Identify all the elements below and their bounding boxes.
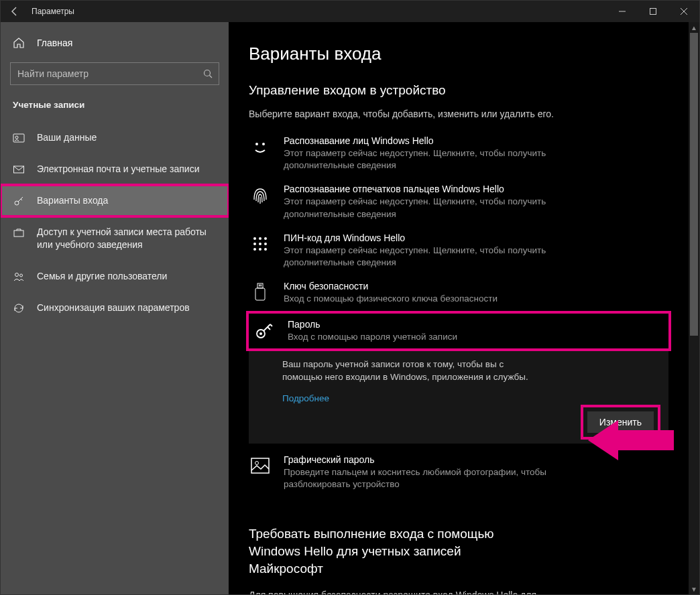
picture-icon bbox=[249, 454, 272, 477]
face-icon bbox=[249, 135, 272, 158]
main-panel: Варианты входа Управление входом в устро… bbox=[229, 22, 699, 594]
maximize-icon bbox=[649, 7, 657, 15]
minimize-button[interactable] bbox=[607, 1, 638, 22]
sidebar: Главная Учетные записи Ваши данные bbox=[1, 22, 229, 594]
fingerprint-icon bbox=[249, 184, 272, 206]
svg-point-13 bbox=[253, 237, 256, 240]
svg-point-20 bbox=[259, 248, 261, 251]
svg-rect-24 bbox=[259, 285, 260, 287]
sidebar-item-label: Ваши данные bbox=[37, 131, 97, 144]
svg-rect-1 bbox=[650, 9, 656, 15]
sidebar-item-yourinfo[interactable]: Ваши данные bbox=[1, 122, 229, 153]
close-button[interactable] bbox=[668, 1, 699, 22]
option-password-container: Пароль Вход с помощью пароля учетной зап… bbox=[249, 314, 668, 348]
section-require-hello: Требовать выполнение входа с помощью Win… bbox=[249, 525, 668, 594]
search-box[interactable] bbox=[10, 62, 219, 85]
section2-title: Требовать выполнение входа с помощью Win… bbox=[249, 525, 537, 577]
svg-rect-25 bbox=[261, 285, 262, 287]
option-face[interactable]: Распознавание лиц Windows Hello Этот пар… bbox=[249, 131, 668, 180]
svg-point-15 bbox=[264, 237, 267, 240]
option-title: Распознавание лиц Windows Hello bbox=[284, 135, 668, 146]
svg-rect-8 bbox=[14, 230, 23, 237]
window-title: Параметры bbox=[32, 7, 74, 16]
option-title: Пароль bbox=[288, 319, 664, 330]
search-input[interactable] bbox=[17, 68, 202, 79]
scroll-down-button[interactable]: ▼ bbox=[689, 584, 699, 594]
person-card-icon bbox=[13, 132, 25, 144]
briefcase-icon bbox=[13, 226, 25, 239]
sidebar-item-label: Доступ к учетной записи места работы или… bbox=[37, 226, 211, 251]
option-title: Графический пароль bbox=[284, 454, 668, 465]
change-password-button[interactable]: Изменить bbox=[587, 411, 654, 433]
key-password-icon bbox=[253, 319, 276, 342]
arrow-left-icon bbox=[9, 6, 20, 17]
home-label: Главная bbox=[37, 38, 72, 48]
sidebar-item-family[interactable]: Семья и другие пользователи bbox=[1, 261, 229, 292]
option-fingerprint[interactable]: Распознавание отпечатков пальцев Windows… bbox=[249, 180, 668, 228]
sidebar-item-sync[interactable]: Синхронизация ваших параметров bbox=[1, 292, 229, 324]
svg-point-11 bbox=[255, 143, 258, 145]
search-wrap bbox=[1, 62, 229, 97]
home-link[interactable]: Главная bbox=[1, 31, 229, 54]
usb-key-icon bbox=[249, 281, 272, 304]
people-icon bbox=[13, 271, 25, 283]
svg-point-12 bbox=[262, 143, 265, 145]
close-icon bbox=[680, 7, 688, 15]
svg-point-19 bbox=[253, 248, 256, 251]
svg-point-18 bbox=[264, 243, 267, 245]
minimize-icon bbox=[618, 7, 626, 15]
svg-rect-22 bbox=[257, 283, 263, 288]
svg-point-10 bbox=[20, 274, 23, 277]
svg-point-17 bbox=[259, 243, 261, 245]
option-title: Ключ безопасности bbox=[284, 281, 668, 291]
back-button[interactable] bbox=[1, 1, 29, 22]
search-icon bbox=[202, 68, 213, 79]
svg-point-27 bbox=[259, 332, 262, 335]
scroll-track[interactable] bbox=[689, 33, 699, 584]
scroll-thumb[interactable] bbox=[690, 33, 698, 336]
option-security-key[interactable]: Ключ безопасности Вход с помощью физичес… bbox=[249, 277, 668, 313]
svg-point-29 bbox=[255, 461, 259, 464]
sidebar-item-workaccess[interactable]: Доступ к учетной записи места работы или… bbox=[1, 216, 229, 261]
sync-icon bbox=[13, 302, 25, 314]
scroll-up-button[interactable]: ▲ bbox=[689, 22, 699, 33]
mail-icon bbox=[13, 163, 25, 176]
section-subtitle: Выберите вариант входа, чтобы добавить, … bbox=[249, 109, 668, 119]
svg-point-14 bbox=[259, 237, 261, 240]
keypad-icon bbox=[249, 233, 272, 255]
option-title: ПИН-код для Windows Hello bbox=[284, 233, 668, 243]
section2-text: Для повышения безопасности разрешите вхо… bbox=[249, 589, 537, 594]
option-desc: Проведите пальцем и коснитесь любимой фо… bbox=[284, 466, 565, 490]
section-title: Управление входом в устройство bbox=[249, 83, 668, 98]
svg-line-3 bbox=[210, 76, 213, 78]
option-pin[interactable]: ПИН-код для Windows Hello Этот параметр … bbox=[249, 228, 668, 277]
maximize-button[interactable] bbox=[638, 1, 668, 22]
content-area: Главная Учетные записи Ваши данные bbox=[1, 22, 699, 594]
option-desc: Вход с помощью пароля учетной записи bbox=[288, 331, 569, 343]
option-picture-password[interactable]: Графический пароль Проведите пальцем и к… bbox=[249, 450, 668, 499]
sidebar-item-email[interactable]: Электронная почта и учетные записи bbox=[1, 153, 229, 185]
sidebar-item-signin-options[interactable]: Варианты входа bbox=[1, 185, 229, 216]
option-desc: Этот параметр сейчас недоступен. Щелкнит… bbox=[284, 245, 565, 269]
password-details-panel: Ваш пароль учетной записи готов к тому, … bbox=[249, 348, 668, 444]
main-scroll: Варианты входа Управление входом в устро… bbox=[229, 22, 689, 594]
window-controls bbox=[607, 1, 699, 22]
key-icon bbox=[13, 195, 25, 207]
sidebar-section-label: Учетные записи bbox=[1, 97, 229, 122]
password-info-text: Ваш пароль учетной записи готов к тому, … bbox=[282, 358, 530, 384]
learn-more-link[interactable]: Подробнее bbox=[282, 393, 329, 403]
option-desc: Этот параметр сейчас недоступен. Щелкнит… bbox=[284, 196, 565, 220]
svg-rect-28 bbox=[251, 458, 269, 473]
option-desc: Этот параметр сейчас недоступен. Щелкнит… bbox=[284, 147, 565, 172]
option-password[interactable]: Пароль Вход с помощью пароля учетной зап… bbox=[253, 316, 664, 346]
titlebar: Параметры bbox=[1, 1, 699, 22]
page-title: Варианты входа bbox=[249, 44, 668, 64]
sidebar-item-label: Синхронизация ваших параметров bbox=[37, 302, 190, 314]
option-desc: Вход с помощью физического ключа безопас… bbox=[284, 293, 565, 305]
svg-point-21 bbox=[264, 248, 267, 251]
svg-point-9 bbox=[15, 273, 19, 276]
svg-point-16 bbox=[253, 243, 256, 245]
sidebar-item-label: Варианты входа bbox=[37, 194, 108, 207]
svg-rect-23 bbox=[255, 288, 265, 300]
scrollbar[interactable]: ▲ ▼ bbox=[689, 22, 699, 594]
